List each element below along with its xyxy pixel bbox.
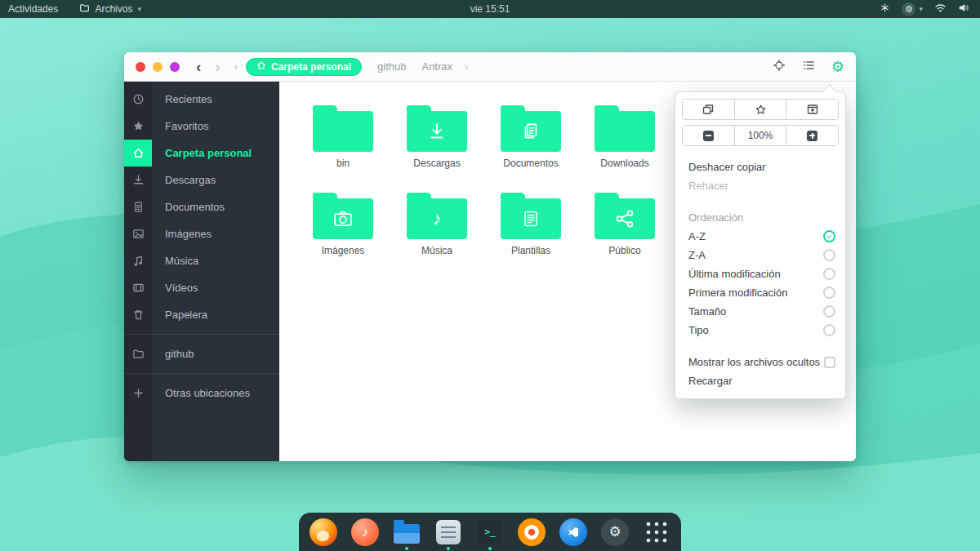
sidebar-item-recientes[interactable]: Recientes — [124, 86, 279, 113]
sidebar: Recientes Favoritos Carpeta personal Des… — [124, 82, 279, 461]
share-emblem-icon — [595, 198, 655, 239]
sidebar-item-imagenes[interactable]: Imágenes — [124, 220, 279, 247]
folder-icon — [501, 198, 561, 239]
file-item[interactable]: bin — [301, 103, 385, 190]
wifi-icon[interactable] — [934, 2, 947, 16]
sidebar-item-musica[interactable]: Música — [124, 247, 279, 274]
file-item[interactable]: ♪ Música — [394, 190, 479, 278]
folder-icon — [313, 198, 373, 239]
sidebar-item-carpeta-personal[interactable]: Carpeta personal — [124, 140, 279, 167]
download-emblem-icon — [407, 111, 467, 152]
back-button[interactable]: ‹ — [196, 59, 201, 74]
sidebar-item-label: Carpeta personal — [165, 147, 252, 159]
sidebar-item-videos[interactable]: Vídeos — [124, 274, 279, 301]
sidebar-item-github[interactable]: github — [124, 340, 279, 367]
list-view-icon[interactable] — [802, 59, 815, 75]
zoom-out-icon — [703, 131, 714, 141]
locate-pointer-icon[interactable] — [773, 59, 786, 75]
sidebar-item-label: Recientes — [165, 93, 212, 105]
chevron-down-icon: ▾ — [137, 5, 141, 13]
sort-option-label: A-Z — [688, 230, 706, 242]
app-menu-button[interactable]: Archivos ▾ — [79, 2, 141, 16]
sidebar-item-documentos[interactable]: Documentos — [124, 193, 279, 220]
sort-option-za[interactable]: Z-A — [675, 246, 845, 264]
sidebar-item-label: Favoritos — [165, 120, 208, 132]
sidebar-item-favoritos[interactable]: Favoritos — [124, 113, 279, 140]
sidebar-item-label: Otras ubicaciones — [165, 387, 250, 399]
file-item[interactable]: Downloads — [582, 103, 667, 190]
plus-icon — [124, 380, 152, 407]
software-center-icon[interactable] — [518, 518, 546, 546]
zoom-out-button[interactable] — [683, 126, 735, 145]
sidebar-item-papelera[interactable]: Papelera — [124, 301, 279, 328]
video-icon — [124, 274, 152, 301]
bookmark-star-button[interactable] — [735, 100, 787, 119]
file-item[interactable]: Descargas — [394, 103, 479, 190]
clock[interactable]: vie 15:51 — [470, 3, 510, 15]
forward-button[interactable]: › — [215, 59, 220, 74]
zoom-in-button[interactable] — [786, 126, 838, 145]
music-player-icon[interactable]: ♪ — [351, 518, 379, 546]
radio-icon — [823, 324, 835, 336]
file-item[interactable]: Plantillas — [488, 190, 573, 278]
radio-checked-icon: ✓ — [823, 230, 835, 242]
menu-item-redo: Rehacer — [675, 176, 845, 195]
zoom-controls: 100% — [682, 125, 839, 146]
breadcrumb-home[interactable]: Carpeta personal — [246, 58, 362, 76]
sidebar-item-otras-ubicaciones[interactable]: Otras ubicaciones — [124, 380, 279, 407]
file-name: Imágenes — [322, 245, 365, 256]
minimize-button[interactable] — [153, 62, 163, 72]
folder-icon — [595, 198, 655, 239]
radio-icon — [823, 268, 835, 280]
breadcrumb-github[interactable]: github — [377, 60, 406, 73]
checkbox-icon — [824, 357, 835, 368]
sort-option-type[interactable]: Tipo — [675, 321, 845, 340]
file-item[interactable]: Público — [582, 190, 667, 278]
file-item[interactable]: Documentos — [488, 103, 573, 190]
sidebar-separator — [124, 373, 279, 374]
sidebar-item-label: github — [165, 348, 194, 360]
sort-option-az[interactable]: A-Z ✓ — [675, 227, 845, 246]
menu-item-reload[interactable]: Recargar — [675, 371, 845, 390]
path-scroll-right-icon[interactable]: › — [465, 60, 468, 73]
file-name: Downloads — [600, 158, 648, 169]
file-item[interactable]: Imágenes — [301, 190, 385, 278]
activities-button[interactable]: Actividades — [8, 3, 58, 15]
download-icon — [124, 167, 152, 193]
sort-option-first-modified[interactable]: Primera modificación — [675, 283, 845, 302]
app-grid-icon[interactable] — [643, 518, 670, 546]
file-name: Público — [608, 245, 640, 256]
maximize-button[interactable] — [170, 62, 180, 72]
image-icon — [124, 220, 152, 247]
sidebar-item-label: Imágenes — [165, 228, 212, 240]
sort-option-label: Z-A — [688, 249, 706, 261]
sidebar-item-descargas[interactable]: Descargas — [124, 167, 279, 193]
dock: ♪ >_ ⚙ — [299, 513, 681, 551]
folder-icon — [501, 111, 561, 152]
file-name: Música — [421, 245, 452, 256]
settings-icon[interactable]: ⚙ — [601, 518, 629, 546]
text-editor-icon[interactable] — [434, 518, 462, 546]
firefox-icon[interactable] — [310, 518, 337, 546]
indicator-icon[interactable] — [880, 2, 890, 16]
document-icon — [124, 193, 152, 220]
code-editor-icon[interactable] — [559, 518, 587, 546]
gear-icon[interactable]: ⚙ — [831, 60, 844, 74]
sidebar-item-label: Vídeos — [165, 282, 198, 294]
sidebar-item-label: Música — [165, 255, 198, 267]
sort-option-last-modified[interactable]: Última modificación — [675, 264, 845, 283]
files-app-icon[interactable] — [393, 518, 421, 546]
breadcrumb-antrax[interactable]: Antrax — [421, 60, 452, 73]
new-tab-button[interactable] — [683, 100, 735, 119]
close-button[interactable] — [136, 62, 145, 72]
menu-item-undo[interactable]: Deshacer copiar — [675, 158, 845, 176]
menu-item-show-hidden[interactable]: Mostrar los archivos ocultos — [675, 353, 845, 371]
top-bar: Actividades Archivos ▾ vie 15:51 ⚙ ▾ — [0, 0, 980, 18]
volume-icon[interactable] — [958, 2, 970, 16]
system-menu-button[interactable]: ⚙ ▾ — [902, 2, 923, 16]
sort-option-label: Última modificación — [688, 268, 781, 280]
new-window-button[interactable] — [786, 100, 838, 119]
terminal-icon[interactable]: >_ — [476, 518, 504, 546]
sort-option-size[interactable]: Tamaño — [675, 302, 845, 321]
path-scroll-left-icon[interactable]: ‹ — [234, 60, 238, 73]
